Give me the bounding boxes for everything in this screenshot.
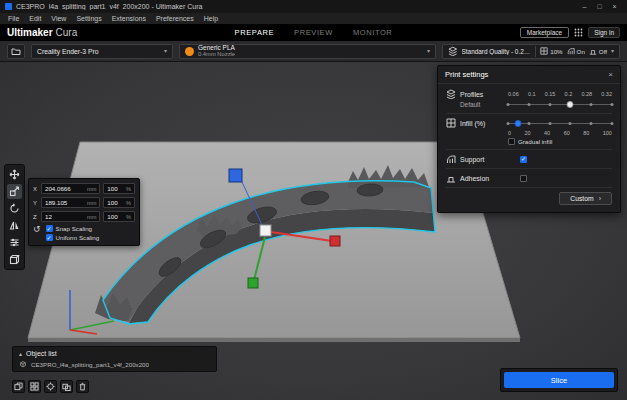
- tool-column: [4, 164, 25, 270]
- printer-selector[interactable]: Creality Ender-3 Pro ▾: [31, 44, 173, 59]
- mirror-icon: [9, 220, 20, 231]
- cura-window: CE3PRO_l4a_splitting_part1_v4f_200x200 -…: [0, 0, 627, 400]
- menu-view[interactable]: View: [46, 15, 71, 22]
- multiply-icon: [30, 382, 39, 391]
- chevron-down-icon: ▾: [611, 48, 614, 54]
- brand-ultimaker: Ultimaker: [7, 27, 53, 38]
- tab-monitor[interactable]: MONITOR: [353, 28, 392, 37]
- printer-name: Creality Ender-3 Pro: [37, 48, 99, 55]
- uniform-scaling-option[interactable]: ✓ Uniform Scaling: [46, 234, 100, 241]
- profiles-label: Profiles: [460, 91, 483, 98]
- tool-scale-button[interactable]: [7, 184, 22, 199]
- scale-x-percent-field[interactable]: 100%: [103, 183, 135, 194]
- menu-extensions[interactable]: Extensions: [107, 15, 151, 22]
- scale-icon: [9, 186, 20, 197]
- tool-move-button[interactable]: [7, 167, 22, 182]
- scale-handle-y[interactable]: [248, 278, 258, 288]
- application-switcher-icon[interactable]: [574, 28, 583, 37]
- brand-cura: Cura: [56, 27, 78, 38]
- scale-y-percent-field[interactable]: 100%: [103, 197, 135, 208]
- uniform-scaling-checkbox[interactable]: ✓: [46, 234, 53, 241]
- infill-summary: 10%: [540, 47, 562, 55]
- chevron-right-icon: ›: [599, 195, 601, 202]
- adhesion-label: Adhesion: [460, 175, 516, 182]
- profile-slider-handle[interactable]: [567, 101, 574, 108]
- menu-file[interactable]: File: [3, 15, 24, 22]
- support-checkbox[interactable]: ✓: [520, 156, 527, 163]
- scale-z-mm-field[interactable]: 12mm: [41, 211, 100, 222]
- gradual-infill-checkbox[interactable]: ✓: [508, 138, 515, 145]
- header-right: Marketplace Sign in: [520, 27, 620, 38]
- slice-button[interactable]: Slice: [504, 372, 614, 388]
- material-labels: Generic PLA 0.4mm Nozzle: [198, 45, 235, 58]
- print-settings-title: Print settings: [445, 70, 488, 79]
- stage-tabs: PREPARE PREVIEW MONITOR: [235, 28, 393, 37]
- build-plate-edge: [28, 338, 520, 342]
- infill-slider[interactable]: [508, 119, 612, 128]
- custom-settings-button[interactable]: Custom ›: [559, 192, 612, 205]
- print-settings-selector[interactable]: Standard Quality - 0.2mm 10% On Off: [442, 44, 620, 59]
- menubar: File Edit View Settings Extensions Prefe…: [0, 13, 627, 24]
- open-file-button[interactable]: [7, 44, 25, 59]
- snap-scaling-option[interactable]: ✓ Snap Scaling: [46, 225, 100, 232]
- move-icon: [9, 169, 20, 180]
- material-selector[interactable]: Generic PLA 0.4mm Nozzle ▾: [179, 44, 436, 59]
- scale-z-percent-field[interactable]: 100%: [103, 211, 135, 222]
- menu-preferences[interactable]: Preferences: [151, 15, 199, 22]
- tool-per-model-settings-button[interactable]: [7, 235, 22, 250]
- infill-slider-handle[interactable]: [515, 120, 522, 127]
- tool-support-blocker-button[interactable]: [7, 252, 22, 267]
- scale-y-mm-field[interactable]: 189.105mm: [41, 197, 100, 208]
- group-models-button[interactable]: [60, 380, 73, 393]
- layers-icon: [448, 46, 458, 56]
- folder-icon: [11, 47, 21, 56]
- cube-icon: [19, 360, 27, 368]
- minimize-button[interactable]: –: [577, 0, 592, 13]
- default-profile-label: Default: [460, 101, 480, 108]
- scale-x-mm-field[interactable]: 204.0666mm: [41, 183, 100, 194]
- duplicate-model-button[interactable]: [12, 380, 25, 393]
- scale-tool-panel: X 204.0666mm 100% Y 189.105mm 100% Z: [28, 178, 140, 246]
- print-settings-close-button[interactable]: ×: [608, 71, 613, 79]
- object-list-item[interactable]: CE3PRO_l4a_splitting_part1_v4f_200x200: [19, 360, 210, 368]
- menu-edit[interactable]: Edit: [24, 15, 46, 22]
- infill-label: Infill (%): [460, 120, 485, 127]
- object-tools: [12, 380, 89, 393]
- tab-preview[interactable]: PREVIEW: [294, 28, 333, 37]
- adhesion-checkbox[interactable]: ✓: [520, 175, 527, 182]
- maximize-button[interactable]: □: [592, 0, 607, 13]
- close-button[interactable]: ×: [607, 0, 622, 13]
- infill-icon: [540, 47, 548, 55]
- menu-help[interactable]: Help: [199, 15, 223, 22]
- snap-scaling-checkbox[interactable]: ✓: [46, 225, 53, 232]
- scale-handle-x[interactable]: [330, 236, 340, 246]
- scale-reset-button[interactable]: ↺: [33, 225, 41, 234]
- multiply-model-button[interactable]: [28, 380, 41, 393]
- profile-slider[interactable]: [508, 100, 612, 109]
- viewport-3d[interactable]: X 204.0666mm 100% Y 189.105mm 100% Z: [0, 62, 627, 400]
- marketplace-button[interactable]: Marketplace: [520, 27, 569, 38]
- scale-handle-z[interactable]: [229, 169, 242, 182]
- titlebar: CE3PRO_l4a_splitting_part1_v4f_200x200 -…: [0, 0, 627, 13]
- copy-icon: [14, 382, 23, 391]
- group-icon: [62, 382, 71, 391]
- tool-rotate-button[interactable]: [7, 201, 22, 216]
- tab-prepare[interactable]: PREPARE: [235, 28, 275, 37]
- material-name: Generic PLA: [198, 45, 235, 52]
- profile-summary: Standard Quality - 0.2mm: [462, 48, 532, 55]
- center-model-button[interactable]: [44, 380, 57, 393]
- configuration-bar: Creality Ender-3 Pro ▾ Generic PLA 0.4mm…: [0, 41, 627, 62]
- chevron-up-icon[interactable]: ▴: [19, 351, 22, 357]
- delete-model-button[interactable]: [76, 380, 89, 393]
- menu-settings[interactable]: Settings: [71, 15, 106, 22]
- sign-in-button[interactable]: Sign in: [588, 27, 620, 38]
- main-header: Ultimaker Cura PREPARE PREVIEW MONITOR M…: [0, 24, 627, 41]
- scale-handle-center[interactable]: [260, 225, 271, 236]
- tool-mirror-button[interactable]: [7, 218, 22, 233]
- chevron-down-icon: ▾: [427, 48, 430, 54]
- print-settings-panel: Print settings × Profiles 0.060.10.150.2…: [437, 65, 621, 213]
- material-color-icon: [185, 47, 194, 56]
- object-list-header[interactable]: ▴ Object list: [19, 350, 210, 357]
- gradual-infill-option[interactable]: ✓ Gradual infill: [508, 138, 612, 145]
- support-summary: On: [567, 47, 585, 55]
